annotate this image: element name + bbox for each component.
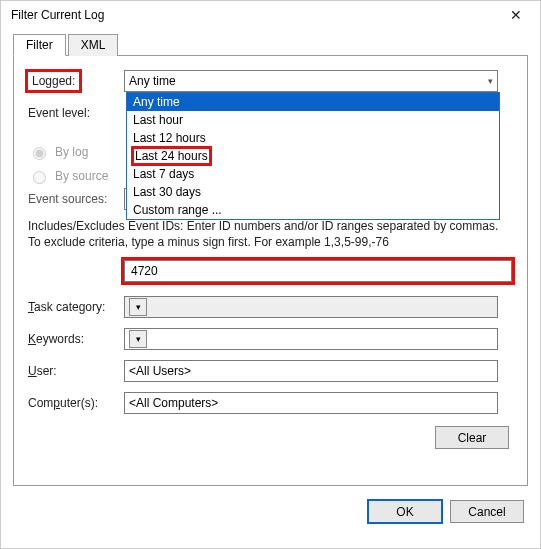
logged-option[interactable]: Last hour: [127, 111, 499, 129]
keywords-combo[interactable]: ▾: [124, 328, 498, 350]
chevron-down-icon: ▾: [129, 330, 147, 348]
logged-option[interactable]: Custom range ...: [127, 201, 499, 219]
dialog-buttons: OK Cancel: [13, 500, 528, 523]
label-eventlevel: Event level:: [28, 106, 124, 120]
ok-button[interactable]: OK: [368, 500, 442, 523]
label-taskcategory: Task category:: [28, 300, 124, 314]
clear-button[interactable]: Clear: [435, 426, 509, 449]
filter-dialog: Filter Current Log ✕ Filter XML Logged: …: [0, 0, 541, 549]
logged-option[interactable]: Last 24 hours: [127, 147, 499, 165]
label-bysource: By source: [55, 169, 108, 183]
row-eventid: [124, 260, 513, 282]
radio-bysource-input[interactable]: [33, 171, 46, 184]
dialog-title: Filter Current Log: [11, 8, 104, 22]
content: Filter XML Logged: Any time ▾ Any time L…: [1, 33, 540, 533]
logged-option[interactable]: Last 12 hours: [127, 129, 499, 147]
logged-dropdown[interactable]: Any time Last hour Last 12 hours Last 24…: [126, 92, 500, 220]
chevron-down-icon: ▾: [129, 298, 147, 316]
cancel-button[interactable]: Cancel: [450, 500, 524, 523]
logged-option[interactable]: Last 7 days: [127, 165, 499, 183]
label-computers: Computer(s):: [28, 396, 124, 410]
label-user: User:: [28, 364, 124, 378]
titlebar: Filter Current Log ✕: [1, 1, 540, 29]
eventid-input[interactable]: [124, 260, 512, 282]
label-logged: Logged:: [28, 72, 124, 90]
label-keywords: Keywords:: [28, 332, 124, 346]
logged-combo-value: Any time: [129, 74, 176, 88]
taskcategory-combo[interactable]: ▾: [124, 296, 498, 318]
label-bylog: By log: [55, 145, 88, 159]
computers-input[interactable]: [124, 392, 498, 414]
tab-strip: Filter XML: [13, 33, 528, 56]
radio-bylog-input[interactable]: [33, 147, 46, 160]
tab-filter[interactable]: Filter: [13, 34, 66, 56]
user-input[interactable]: [124, 360, 498, 382]
label-eventsources: Event sources:: [28, 192, 124, 206]
close-icon[interactable]: ✕: [500, 7, 532, 23]
tab-xml[interactable]: XML: [68, 34, 119, 56]
logged-combo[interactable]: Any time ▾: [124, 70, 498, 92]
tab-panel-filter: Logged: Any time ▾ Any time Last hour La…: [13, 56, 528, 486]
chevron-down-icon: ▾: [488, 76, 493, 86]
info-text: Includes/Excludes Event IDs: Enter ID nu…: [28, 218, 513, 250]
logged-option[interactable]: Any time: [127, 93, 499, 111]
logged-option[interactable]: Last 30 days: [127, 183, 499, 201]
